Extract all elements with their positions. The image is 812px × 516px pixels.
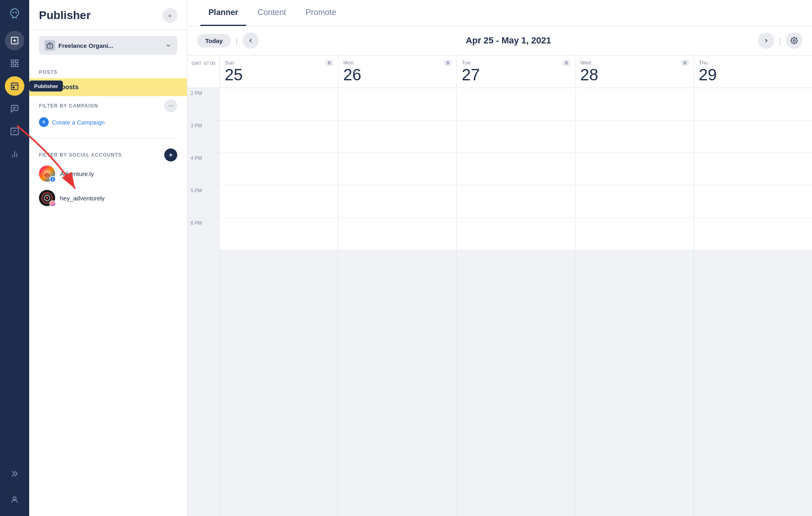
calendar-container: GMT -07:00 Sun 0 25 Mon 0 26 xyxy=(187,56,812,516)
filter-accounts-header: FILTER BY SOCIAL ACCOUNTS xyxy=(29,148,187,161)
nav-expand-btn[interactable] xyxy=(5,464,24,484)
social-account-hey-adventurely[interactable]: hey_adventurely xyxy=(29,186,187,210)
prev-week-button[interactable] xyxy=(243,32,259,49)
filter-accounts-action-btn[interactable] xyxy=(164,148,177,161)
nav-analytics-btn[interactable] xyxy=(5,144,24,164)
avatar-adventurely xyxy=(39,166,55,182)
day-badge-mon: 0 xyxy=(444,60,451,66)
time-slot-4pm: 4 PM xyxy=(187,153,219,185)
instagram-badge xyxy=(49,200,56,207)
toolbar-separator-2: | xyxy=(779,36,781,45)
nav-profile-btn[interactable] xyxy=(5,490,24,510)
svg-point-21 xyxy=(46,197,48,199)
day-slot-tue-4pm[interactable] xyxy=(457,153,575,185)
day-slot-tue-3pm[interactable] xyxy=(457,120,575,153)
svg-rect-6 xyxy=(11,64,14,67)
nav-assignments-btn[interactable] xyxy=(5,122,24,141)
nav-inbox-btn[interactable] xyxy=(5,99,24,118)
svg-rect-4 xyxy=(11,60,14,62)
day-header-tue: Tue 0 27 xyxy=(457,56,575,88)
all-posts-label: All posts xyxy=(51,84,79,91)
create-campaign-icon: + xyxy=(39,117,49,127)
main-content: Planner Content Promote Today | Apr 25 -… xyxy=(187,0,812,516)
day-slot-sun-5pm[interactable] xyxy=(220,185,338,218)
day-header-wed: Wed 0 28 xyxy=(576,56,694,88)
day-slot-tue-6pm[interactable] xyxy=(457,218,575,250)
svg-point-24 xyxy=(54,203,54,203)
next-week-button[interactable] xyxy=(758,32,774,49)
nav-compose-btn[interactable] xyxy=(5,31,24,50)
org-icon xyxy=(45,40,55,51)
day-name-wed: Wed 0 xyxy=(580,60,689,66)
nav-bar: Publisher xyxy=(0,0,29,516)
day-slot-tue-2pm[interactable] xyxy=(457,88,575,120)
sidebar: Publisher « Freelance Organi... POSTS Al… xyxy=(29,0,187,516)
day-col-sun[interactable] xyxy=(220,88,338,516)
day-header-thu: Thu 29 xyxy=(694,56,812,88)
social-account-adventurely[interactable]: Adventure.ly xyxy=(29,161,187,186)
day-num-mon: 26 xyxy=(343,66,451,84)
tabs-bar: Planner Content Promote xyxy=(187,0,812,26)
social-name-adventurely: Adventure.ly xyxy=(60,170,94,177)
collapse-sidebar-button[interactable]: « xyxy=(163,8,177,23)
day-slot-thu-6pm[interactable] xyxy=(694,218,812,250)
day-slot-sun-2pm[interactable] xyxy=(220,88,338,120)
day-slot-tue-5pm[interactable] xyxy=(457,185,575,218)
day-name-tue: Tue 0 xyxy=(462,60,570,66)
day-slot-mon-4pm[interactable] xyxy=(338,153,456,185)
create-campaign-item[interactable]: + Create a Campaign xyxy=(29,112,187,132)
svg-rect-13 xyxy=(40,84,43,88)
day-slot-thu-4pm[interactable] xyxy=(694,153,812,185)
app-logo xyxy=(6,5,24,23)
time-column: 2 PM 3 PM 4 PM 5 PM 6 PM xyxy=(187,88,220,516)
day-slot-thu-5pm[interactable] xyxy=(694,185,812,218)
svg-point-11 xyxy=(13,497,16,500)
svg-point-25 xyxy=(793,40,795,42)
day-slot-wed-6pm[interactable] xyxy=(576,218,694,250)
calendar-header: GMT -07:00 Sun 0 25 Mon 0 26 xyxy=(187,56,812,88)
day-slot-wed-3pm[interactable] xyxy=(576,120,694,153)
tab-content[interactable]: Content xyxy=(249,0,294,26)
filter-campaign-action-btn[interactable]: ··· xyxy=(164,99,177,112)
tab-planner[interactable]: Planner xyxy=(200,0,246,26)
day-slot-sun-6pm[interactable] xyxy=(220,218,338,250)
day-col-thu[interactable] xyxy=(694,88,812,516)
svg-point-23 xyxy=(52,203,53,204)
nav-dashboard-btn[interactable] xyxy=(5,54,24,73)
day-slot-sun-3pm[interactable] xyxy=(220,120,338,153)
today-button[interactable]: Today xyxy=(197,34,231,47)
svg-rect-15 xyxy=(40,88,43,90)
sidebar-header: Publisher « xyxy=(29,0,187,30)
day-num-tue: 27 xyxy=(462,66,570,84)
svg-point-2 xyxy=(15,12,17,13)
nav-publisher-btn[interactable]: Publisher xyxy=(5,76,24,96)
day-col-tue[interactable] xyxy=(457,88,575,516)
planner-settings-button[interactable] xyxy=(786,32,802,49)
day-slot-mon-3pm[interactable] xyxy=(338,120,456,153)
time-slot-6pm: 6 PM xyxy=(187,218,219,250)
day-col-wed[interactable] xyxy=(576,88,694,516)
day-badge-sun: 0 xyxy=(326,60,333,66)
toolbar-separator-1: | xyxy=(236,36,238,45)
tab-promote[interactable]: Promote xyxy=(297,0,344,26)
day-slot-thu-2pm[interactable] xyxy=(694,88,812,120)
time-slot-5pm: 5 PM xyxy=(187,185,219,218)
day-slot-mon-2pm[interactable] xyxy=(338,88,456,120)
day-slot-sun-4pm[interactable] xyxy=(220,153,338,185)
day-badge-tue: 0 xyxy=(563,60,570,66)
day-slot-mon-5pm[interactable] xyxy=(338,185,456,218)
gmt-label: GMT -07:00 xyxy=(187,56,220,88)
day-slot-mon-6pm[interactable] xyxy=(338,218,456,250)
day-slot-wed-2pm[interactable] xyxy=(576,88,694,120)
sidebar-title: Publisher xyxy=(39,9,91,22)
day-col-mon[interactable] xyxy=(338,88,457,516)
svg-point-18 xyxy=(44,173,50,177)
day-slot-thu-3pm[interactable] xyxy=(694,120,812,153)
org-selector[interactable]: Freelance Organi... xyxy=(39,36,177,55)
day-slot-wed-5pm[interactable] xyxy=(576,185,694,218)
day-slot-wed-4pm[interactable] xyxy=(576,153,694,185)
svg-rect-14 xyxy=(43,84,47,88)
day-name-mon: Mon 0 xyxy=(343,60,451,66)
all-posts-menu-item[interactable]: All posts xyxy=(29,78,187,96)
day-header-sun: Sun 0 25 xyxy=(220,56,338,88)
